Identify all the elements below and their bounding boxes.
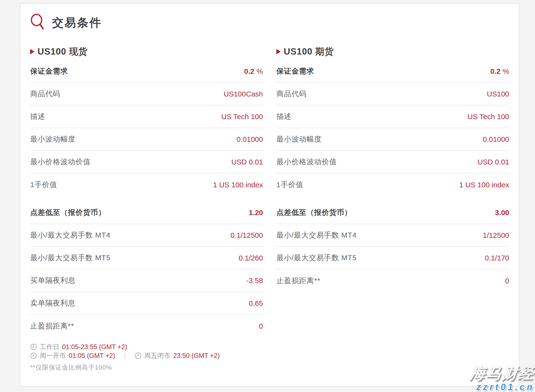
spec-label: 描述 bbox=[276, 112, 291, 122]
spec-row: 最小价格波动价值 USD 0.01 bbox=[276, 151, 509, 173]
columns-container: US100 现货 保证金需求 0.2% 商品代码 US100Cash 描述 US… bbox=[30, 47, 509, 337]
schedule-time: 23:50 (GMT +2) bbox=[173, 352, 220, 360]
instrument-header[interactable]: US100 现货 bbox=[30, 47, 263, 57]
spec-label: 卖单隔夜利息 bbox=[30, 298, 75, 308]
spec-value: 0.1/260 bbox=[239, 254, 263, 262]
spec-row: 保证金需求 0.2% bbox=[30, 60, 263, 83]
spec-label: 最小波动幅度 bbox=[30, 134, 75, 144]
spec-label: 最小波动幅度 bbox=[276, 134, 322, 144]
spec-value: 0 bbox=[505, 277, 509, 285]
schedule-label: 工作日 bbox=[40, 343, 59, 351]
spec-row: 买单隔夜利息 -3.58 bbox=[30, 269, 263, 292]
spec-label: 点差低至（报价货币） bbox=[276, 208, 352, 218]
clock-icon bbox=[135, 352, 141, 359]
trading-hours-open-close: 周一开市 01:05 (GMT +2) ｜ 周五闭市 23:50 (GMT +2… bbox=[30, 352, 509, 360]
spec-value: 0 bbox=[259, 322, 263, 330]
schedule-label: 周五闭市 bbox=[144, 351, 170, 360]
spec-label: 最小/最大交易手数 MT4 bbox=[276, 230, 357, 240]
spec-value: 0.1/12500 bbox=[231, 231, 263, 239]
spec-value: 1/12500 bbox=[483, 231, 509, 239]
trading-conditions-panel: 交易条件 US100 现货 保证金需求 0.2% 商品代码 US100Cash … bbox=[20, 3, 519, 387]
spec-value: US Tech 100 bbox=[468, 113, 509, 121]
spec-label: 点差低至（报价货币） bbox=[30, 208, 106, 218]
spec-label: 止盈损距离** bbox=[276, 276, 320, 286]
trading-hours-weekday: 工作日 01:05-23:55 (GMT +2) bbox=[30, 343, 509, 351]
spec-row: 最小波动幅度 0.01000 bbox=[276, 128, 509, 151]
spec-row: 点差低至（报价货币） 3.00 bbox=[276, 201, 509, 224]
spec-value: 0.01000 bbox=[237, 135, 263, 143]
spec-value-main: 0.1/12500 bbox=[231, 231, 263, 239]
spec-row: 最小价格波动价值 USD 0.01 bbox=[30, 151, 263, 173]
spec-value: 0.1/170 bbox=[485, 254, 509, 262]
spec-label: 商品代码 bbox=[30, 89, 60, 99]
spec-row: 最小/最大交易手数 MT4 0.1/12500 bbox=[30, 224, 263, 247]
spec-label: 最小价格波动价值 bbox=[30, 157, 91, 167]
schedule-time: 01:05-23:55 (GMT +2) bbox=[62, 343, 127, 351]
spec-value: US Tech 100 bbox=[221, 113, 263, 121]
spec-row: 商品代码 US100Cash bbox=[30, 83, 263, 105]
spec-label: 最小/最大交易手数 MT4 bbox=[30, 230, 111, 240]
triangle-marker-icon bbox=[30, 49, 34, 54]
spec-section: 点差低至（报价货币） 1.20 最小/最大交易手数 MT4 0.1/12500 … bbox=[30, 201, 263, 337]
spec-sections: 保证金需求 0.2% 商品代码 US100Cash 描述 US Tech 100… bbox=[30, 60, 263, 337]
spec-label: 描述 bbox=[30, 112, 45, 122]
spec-value-main: -3.58 bbox=[246, 277, 263, 285]
spec-value-main: 0.1/170 bbox=[485, 254, 509, 262]
schedule-label: 周一开市 bbox=[40, 351, 66, 360]
spec-value: 1 US 100 index bbox=[213, 181, 263, 189]
spec-value: USD 0.01 bbox=[231, 158, 263, 166]
spec-row: 止盈损距离** 0 bbox=[276, 269, 509, 292]
spec-row: 1手价值 1 US 100 index bbox=[30, 173, 263, 196]
spec-value-main: USD 0.01 bbox=[478, 158, 509, 166]
spec-label: 最小/最大交易手数 MT5 bbox=[30, 253, 111, 263]
spec-value-main: 0 bbox=[259, 322, 263, 330]
instrument-column: US100 期货 保证金需求 0.2% 商品代码 US100 描述 US Tec… bbox=[276, 47, 509, 337]
spec-value-main: 0.65 bbox=[249, 299, 263, 307]
spec-value: 3.00 bbox=[495, 209, 509, 217]
clock-icon bbox=[30, 344, 37, 350]
spec-row: 最小/最大交易手数 MT5 0.1/260 bbox=[30, 247, 263, 269]
spec-value: 0.01000 bbox=[483, 135, 509, 143]
spec-section: 保证金需求 0.2% 商品代码 US100 描述 US Tech 100 最小波… bbox=[276, 60, 509, 196]
instrument-title: US100 现货 bbox=[38, 46, 87, 58]
spec-row: 最小波动幅度 0.01000 bbox=[30, 128, 263, 151]
spec-value: 1 US 100 index bbox=[459, 181, 509, 189]
spec-section: 保证金需求 0.2% 商品代码 US100Cash 描述 US Tech 100… bbox=[30, 60, 263, 196]
spec-row: 最小/最大交易手数 MT4 1/12500 bbox=[276, 224, 509, 247]
spec-label: 最小价格波动价值 bbox=[276, 157, 337, 167]
spec-row: 保证金需求 0.2% bbox=[276, 60, 509, 83]
instrument-title: US100 期货 bbox=[284, 46, 334, 58]
spec-value-main: 1/12500 bbox=[483, 231, 509, 239]
spec-value-main: US100 bbox=[487, 90, 509, 98]
instrument-header[interactable]: US100 期货 bbox=[276, 47, 509, 57]
spec-section: 点差低至（报价货币） 3.00 最小/最大交易手数 MT4 1/12500 最小… bbox=[276, 201, 509, 292]
page-title: 交易条件 bbox=[52, 15, 102, 30]
spec-row: 1手价值 1 US 100 index bbox=[276, 173, 509, 196]
spec-value-main: 0.01000 bbox=[483, 135, 509, 143]
spec-row: 最小/最大交易手数 MT5 0.1/170 bbox=[276, 247, 509, 269]
spec-row: 卖单隔夜利息 0.65 bbox=[30, 292, 263, 315]
spec-value-main: 1 US 100 index bbox=[213, 181, 263, 189]
spec-value: 0.2% bbox=[490, 67, 509, 76]
magnifier-icon bbox=[30, 13, 45, 32]
triangle-marker-icon bbox=[276, 49, 281, 54]
spec-value-main: 1 US 100 index bbox=[459, 181, 509, 189]
trading-hours: 工作日 01:05-23:55 (GMT +2) 周一开市 01:05 (GMT… bbox=[30, 343, 509, 360]
spec-value-suffix: % bbox=[503, 67, 509, 75]
spec-label: 保证金需求 bbox=[276, 66, 314, 76]
spec-value-main: 0 bbox=[505, 277, 509, 285]
margin-footnote: **仅限保证金比例高于100% bbox=[30, 363, 509, 372]
spec-value-main: 0.2 bbox=[490, 67, 501, 75]
spec-label: 买单隔夜利息 bbox=[30, 276, 75, 286]
spec-value-suffix: % bbox=[256, 67, 263, 75]
page-background: 交易条件 US100 现货 保证金需求 0.2% 商品代码 US100Cash … bbox=[0, 0, 535, 392]
spec-label: 保证金需求 bbox=[30, 66, 68, 76]
spec-label: 商品代码 bbox=[276, 89, 307, 99]
spec-sections: 保证金需求 0.2% 商品代码 US100 描述 US Tech 100 最小波… bbox=[276, 60, 509, 292]
spec-label: 最小/最大交易手数 MT5 bbox=[276, 253, 357, 263]
spec-value: -3.58 bbox=[246, 277, 263, 285]
spec-value-main: 0.01000 bbox=[237, 135, 263, 143]
spec-value-main: US100Cash bbox=[224, 90, 263, 98]
instrument-column: US100 现货 保证金需求 0.2% 商品代码 US100Cash 描述 US… bbox=[30, 47, 263, 337]
clock-icon bbox=[30, 352, 37, 359]
